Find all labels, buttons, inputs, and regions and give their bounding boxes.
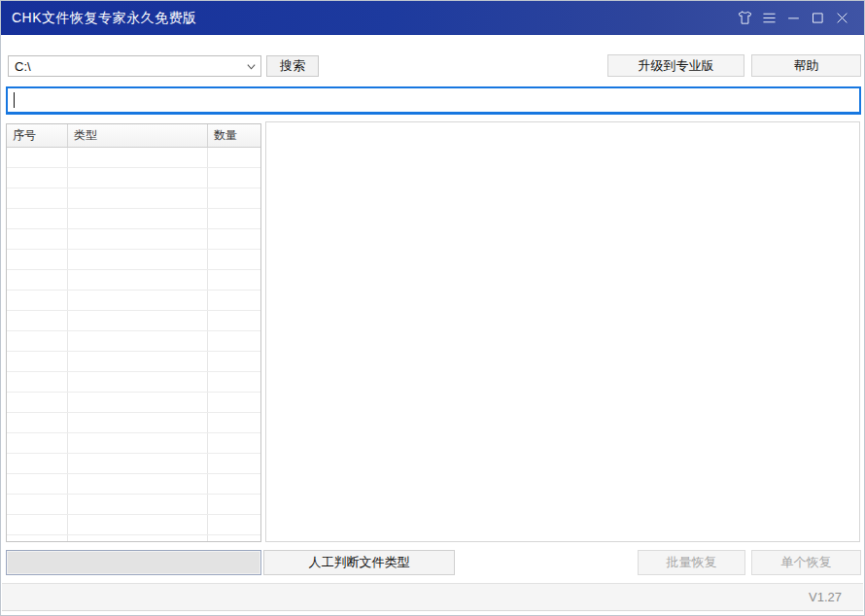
single-recover-button[interactable]: 单个恢复 (751, 550, 861, 575)
search-button[interactable]: 搜索 (266, 55, 319, 77)
table-cell (7, 413, 68, 432)
table-cell (208, 393, 260, 412)
table-cell (68, 413, 208, 432)
text-caret (14, 92, 15, 108)
search-input[interactable] (6, 86, 861, 115)
table-cell (68, 515, 208, 534)
close-icon[interactable] (834, 10, 850, 26)
table-cell (208, 148, 260, 167)
table-cell (7, 393, 68, 412)
table-cell (68, 454, 208, 473)
table-row[interactable] (7, 229, 260, 250)
window-controls (737, 1, 850, 35)
table-cell (68, 474, 208, 494)
table-cell (208, 188, 260, 208)
table-cell (7, 188, 68, 208)
table-cell (68, 352, 208, 371)
table-row[interactable] (7, 209, 260, 229)
app-window: CHK文件恢复专家永久免费版 C:\ 搜索 升级到专业版 帮助 (0, 0, 865, 616)
column-header-count[interactable]: 数量 (208, 124, 260, 147)
table-cell (7, 352, 68, 371)
table-cell (208, 515, 260, 534)
table-cell (68, 291, 208, 310)
file-type-table[interactable]: 序号 类型 数量 (6, 123, 261, 542)
table-cell (7, 148, 68, 167)
table-cell (208, 372, 260, 392)
column-header-index[interactable]: 序号 (7, 124, 68, 147)
table-cell (208, 331, 260, 351)
table-cell (208, 311, 260, 330)
table-cell (208, 209, 260, 228)
table-cell (7, 433, 68, 453)
titlebar: CHK文件恢复专家永久免费版 (1, 1, 864, 35)
table-cell (68, 372, 208, 392)
table-row[interactable] (7, 495, 260, 515)
menu-icon[interactable] (761, 10, 778, 26)
chevron-down-icon (241, 61, 260, 72)
table-cell (68, 148, 208, 167)
table-cell (68, 270, 208, 290)
table-row[interactable] (7, 270, 260, 291)
table-row[interactable] (7, 413, 260, 433)
column-header-type[interactable]: 类型 (68, 124, 208, 147)
table-cell (68, 188, 208, 208)
table-row[interactable] (7, 148, 260, 168)
table-row[interactable] (7, 515, 260, 535)
preview-panel (265, 121, 860, 542)
table-row[interactable] (7, 454, 260, 474)
maximize-icon[interactable] (810, 10, 826, 26)
table-cell (208, 352, 260, 371)
table-row[interactable] (7, 291, 260, 311)
manual-judge-button[interactable]: 人工判断文件类型 (263, 550, 455, 575)
skin-icon[interactable] (737, 10, 753, 26)
upgrade-button[interactable]: 升级到专业版 (607, 54, 744, 77)
table-cell (208, 168, 260, 188)
table-cell (68, 495, 208, 514)
table-cell (68, 433, 208, 453)
table-cell (7, 250, 68, 269)
table-cell (68, 535, 208, 542)
table-row[interactable] (7, 433, 260, 454)
table-cell (7, 270, 68, 290)
version-label: V1.27 (809, 590, 863, 604)
table-cell (7, 454, 68, 473)
table-row[interactable] (7, 250, 260, 270)
table-row[interactable] (7, 168, 260, 188)
table-cell (208, 413, 260, 432)
table-row[interactable] (7, 188, 260, 209)
statusbar: V1.27 (2, 583, 863, 611)
table-row[interactable] (7, 535, 260, 542)
table-cell (7, 168, 68, 188)
drive-selector[interactable]: C:\ (8, 55, 261, 77)
table-header: 序号 类型 数量 (7, 124, 260, 148)
table-cell (7, 331, 68, 351)
minimize-icon[interactable] (785, 10, 802, 26)
batch-recover-button[interactable]: 批量恢复 (638, 550, 745, 575)
table-row[interactable] (7, 372, 260, 393)
table-cell (68, 229, 208, 249)
table-cell (68, 311, 208, 330)
table-row[interactable] (7, 311, 260, 331)
table-row[interactable] (7, 331, 260, 352)
table-cell (68, 209, 208, 228)
table-cell (7, 474, 68, 494)
table-cell (7, 229, 68, 249)
help-button[interactable]: 帮助 (751, 54, 861, 77)
table-cell (7, 515, 68, 534)
table-cell (7, 372, 68, 392)
table-cell (208, 229, 260, 249)
table-cell (208, 454, 260, 473)
table-row[interactable] (7, 474, 260, 495)
table-cell (68, 331, 208, 351)
table-cell (208, 495, 260, 514)
table-cell (7, 535, 68, 542)
table-cell (68, 168, 208, 188)
table-row[interactable] (7, 352, 260, 372)
table-cell (7, 495, 68, 514)
table-cell (68, 393, 208, 412)
progress-bar (6, 550, 261, 575)
table-cell (208, 474, 260, 494)
table-cell (68, 250, 208, 269)
table-row[interactable] (7, 393, 260, 413)
table-cell (7, 209, 68, 228)
